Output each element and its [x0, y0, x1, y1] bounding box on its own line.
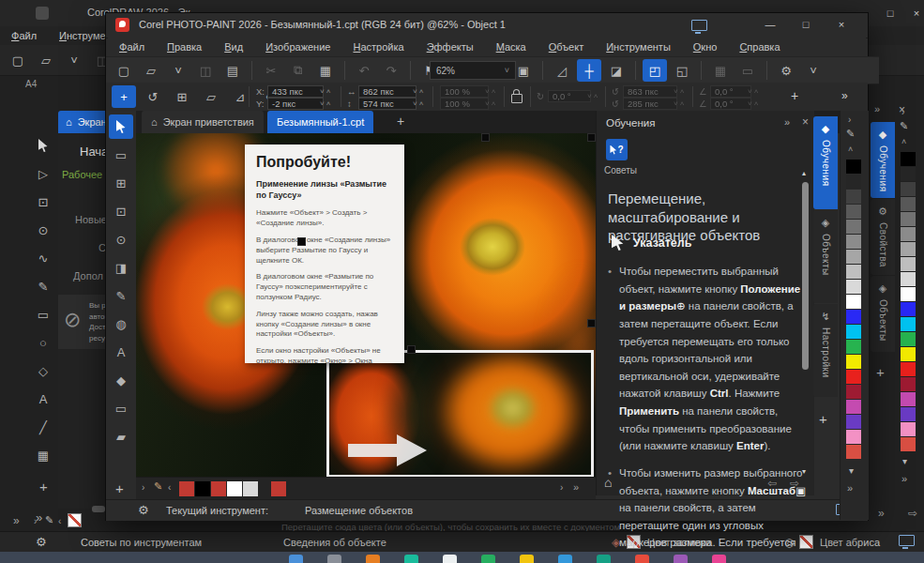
- new-tab-button[interactable]: +: [397, 114, 404, 129]
- color-swatch[interactable]: [901, 182, 916, 196]
- status-gear-icon[interactable]: ⚙: [36, 535, 47, 549]
- horizontal-scrollbar[interactable]: [92, 506, 105, 512]
- color-swatch[interactable]: [846, 340, 861, 354]
- add-tool-button[interactable]: +: [39, 479, 48, 495]
- mask-marquee-toggle[interactable]: ◰: [643, 59, 667, 82]
- lock-ratio-icon[interactable]: [511, 94, 523, 103]
- taskbar-app-icon[interactable]: [404, 555, 418, 563]
- color-swatch[interactable]: [846, 220, 861, 234]
- open-button[interactable]: ▱: [139, 59, 163, 82]
- photopaint-menu-4[interactable]: Настройка: [341, 38, 415, 56]
- open-button[interactable]: ▱: [34, 49, 58, 71]
- palette-overflow-button[interactable]: »: [573, 481, 579, 493]
- welcome-item-c[interactable]: С: [98, 242, 106, 253]
- taskbar-app-icon[interactable]: [443, 555, 457, 563]
- polygon-tool[interactable]: ◇: [31, 358, 55, 383]
- coreldraw-docker-tab-2[interactable]: ◈Объекты: [871, 276, 895, 352]
- color-swatch[interactable]: [846, 295, 861, 309]
- paste-button[interactable]: ▦: [313, 59, 338, 82]
- skew-h-field[interactable]: 0,0 °: [710, 85, 751, 98]
- mask-transform-tool[interactable]: ⊞: [109, 171, 133, 195]
- x-position-field[interactable]: 433 пкс: [267, 85, 324, 98]
- add-property-button[interactable]: +: [791, 88, 798, 103]
- close-button[interactable]: ×: [906, 5, 924, 22]
- clone-tool[interactable]: ◨: [109, 255, 133, 280]
- object-marquee-toggle[interactable]: ◱: [670, 59, 694, 82]
- maximize-button[interactable]: □: [795, 16, 816, 33]
- zoom-tool[interactable]: ⊙: [31, 218, 55, 242]
- selection-handle[interactable]: [297, 237, 306, 246]
- selection-handle[interactable]: [587, 133, 596, 142]
- width-field[interactable]: 862 пкс: [358, 85, 417, 98]
- palette-scroll-up[interactable]: ›: [848, 114, 851, 125]
- text-tool[interactable]: A: [31, 387, 55, 411]
- image-color-swatch[interactable]: [243, 481, 258, 496]
- proof-colors-toggle[interactable]: ▭: [735, 59, 760, 82]
- docker-tab-2[interactable]: ↯Настройки: [813, 304, 838, 397]
- color-swatch[interactable]: [846, 265, 861, 279]
- zoom-level-combobox[interactable]: 62% ˅: [430, 61, 516, 80]
- color-swatch[interactable]: [846, 370, 861, 384]
- line-tool[interactable]: ╱: [31, 415, 55, 439]
- color-swatch[interactable]: [901, 332, 916, 346]
- photopaint-menu-5[interactable]: Эффекты: [416, 38, 485, 56]
- rotation-angle-field[interactable]: 0,0 °: [548, 90, 591, 102]
- palette-scroll-top[interactable]: ˄: [901, 137, 906, 146]
- taskbar-app-icon[interactable]: [635, 555, 649, 563]
- snap-toggle[interactable]: ┼: [577, 59, 601, 82]
- image-color-swatch[interactable]: [271, 481, 286, 496]
- taskbar-app-icon[interactable]: [327, 555, 341, 563]
- color-swatch[interactable]: [901, 392, 916, 406]
- status-tool-tips[interactable]: Советы по инструментам: [81, 537, 202, 548]
- taskbar-app-icon[interactable]: [597, 555, 611, 563]
- minimize-button[interactable]: —: [760, 16, 780, 33]
- open-recent-dropdown[interactable]: ˅: [166, 59, 190, 82]
- cut-button[interactable]: ✂: [259, 59, 283, 82]
- color-swatch[interactable]: [901, 242, 916, 256]
- coreldraw-docker-tab-1[interactable]: ⚙Свойства: [871, 199, 895, 275]
- coreldraw-docker-tab-0[interactable]: ◆Обучения: [871, 122, 895, 198]
- docker-more-button[interactable]: »: [878, 507, 885, 520]
- palette-scroll-up[interactable]: ›: [901, 107, 904, 117]
- windows-taskbar[interactable]: [0, 552, 924, 563]
- tab-document[interactable]: Безымянный-1.cpt: [267, 111, 373, 133]
- fill-tool[interactable]: ◆: [109, 368, 133, 392]
- image-color-swatch[interactable]: [179, 481, 194, 496]
- rectangle-mask-tool[interactable]: ▭: [109, 143, 133, 167]
- color-swatch[interactable]: [846, 400, 861, 414]
- grid-toggle[interactable]: ▦: [708, 59, 733, 82]
- pick-tool[interactable]: [31, 133, 55, 158]
- color-swatch[interactable]: [846, 280, 861, 294]
- scale-v-field[interactable]: 100 %: [440, 98, 489, 110]
- palette-scroll-right[interactable]: ›: [560, 482, 563, 493]
- palette-overflow-button[interactable]: »: [847, 482, 853, 494]
- image-color-swatch[interactable]: [211, 481, 226, 496]
- color-swatch[interactable]: [901, 197, 916, 211]
- height-spinner[interactable]: ˅˄: [413, 99, 425, 108]
- taskbar-app-icon[interactable]: [289, 555, 303, 563]
- crop-tool[interactable]: ⊡: [31, 190, 55, 214]
- width-spinner[interactable]: ˅˄: [413, 87, 425, 96]
- rectangle-tool[interactable]: ▭: [109, 396, 133, 420]
- tips-button[interactable]: ?: [606, 139, 628, 160]
- pick-tool[interactable]: [109, 114, 133, 139]
- document-palette-none-swatch[interactable]: [68, 513, 82, 527]
- paint-on-mask-toggle[interactable]: ◪: [604, 59, 629, 82]
- ellipse-tool[interactable]: ○: [31, 330, 55, 355]
- forward-button[interactable]: ⇨: [790, 477, 799, 490]
- redo-button[interactable]: ↷: [379, 59, 403, 82]
- photopaint-menu-10[interactable]: Справка: [728, 38, 791, 56]
- skew-v-field[interactable]: 0,0 °: [710, 98, 751, 110]
- photopaint-menu-1[interactable]: Правка: [156, 38, 213, 56]
- color-swatch[interactable]: [901, 377, 916, 391]
- palette-overflow-button[interactable]: »: [13, 514, 20, 527]
- status-object-info[interactable]: Сведения об объекте: [283, 537, 386, 548]
- color-swatch[interactable]: [901, 212, 916, 226]
- photopaint-titlebar[interactable]: Corel PHOTO-PAINT 2026 - Безымянный-1.cp…: [106, 13, 868, 38]
- options-dropdown[interactable]: ˅: [801, 59, 826, 82]
- new-document-button[interactable]: ▢: [6, 49, 30, 71]
- home-button[interactable]: ⌂: [604, 475, 612, 490]
- artistic-media-tool[interactable]: ✎: [31, 274, 55, 298]
- color-swatch[interactable]: [901, 257, 916, 271]
- eraser-tool[interactable]: ▰: [109, 424, 133, 449]
